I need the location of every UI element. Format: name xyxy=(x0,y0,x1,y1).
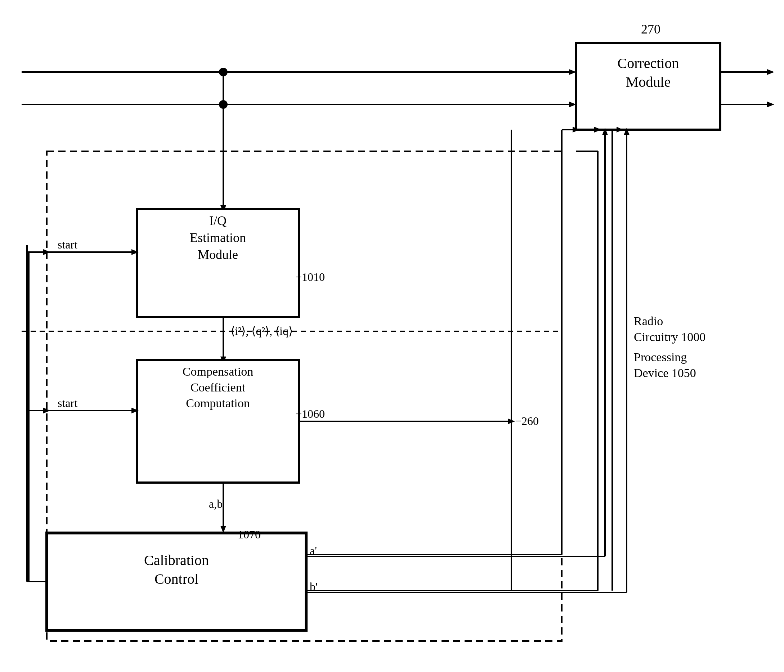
iq-values-label: ⟨i²⟩, ⟨q²⟩, ⟨iq⟩ xyxy=(230,324,293,338)
ref-1010: −1010 xyxy=(295,270,325,284)
radio-circuitry-label: RadioCircuitry 1000 xyxy=(634,313,706,345)
ref-1070: 1070 xyxy=(238,527,261,541)
calibration-label: CalibrationControl xyxy=(47,551,306,588)
ref-260: −260 xyxy=(515,414,539,428)
bp-label: b' xyxy=(310,580,317,594)
processing-device-label: ProcessingDevice 1050 xyxy=(634,349,696,381)
start-label-1: start xyxy=(58,238,78,251)
ab-label: a,b xyxy=(209,497,222,511)
compensation-label: CompensationCoefficientComputation xyxy=(137,364,299,412)
ref-1060: −1060 xyxy=(295,407,325,421)
correction-module-label: CorrectionModule xyxy=(576,54,720,92)
ap-label: a' xyxy=(310,544,317,557)
iq-estimation-label: I/QEstimationModule xyxy=(137,213,299,263)
ref-270: 270 xyxy=(641,22,661,37)
start-label-2: start xyxy=(58,396,78,410)
